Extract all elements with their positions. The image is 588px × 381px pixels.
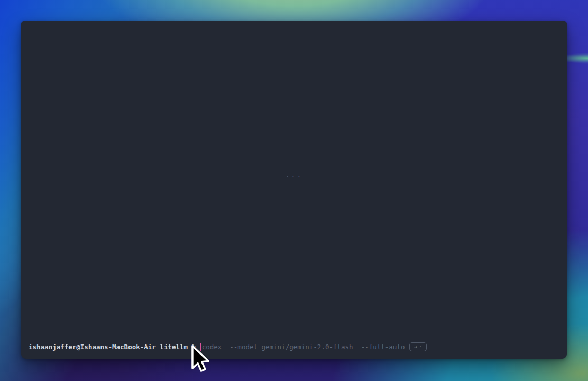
text-cursor (200, 343, 201, 351)
right-arrow-key-icon: → (414, 343, 417, 351)
terminal-output-area[interactable]: ... (21, 21, 567, 334)
hint-badge-dot: · (419, 343, 422, 351)
prompt-symbol: % (188, 343, 200, 351)
terminal-prompt-row[interactable]: ishaanjaffer@Ishaans-MacBook-Air litellm… (21, 334, 567, 359)
prompt-directory: litellm (156, 343, 188, 351)
loading-ellipsis: ... (286, 170, 302, 178)
prompt-user-host: ishaanjaffer@Ishaans-MacBook-Air (29, 343, 156, 351)
accept-suggestion-hint-badge: → · (409, 342, 426, 351)
autosuggestion-text: codex --model gemini/gemini-2.0-flash --… (202, 343, 405, 351)
terminal-window[interactable]: ... ishaanjaffer@Ishaans-MacBook-Air lit… (21, 21, 567, 359)
